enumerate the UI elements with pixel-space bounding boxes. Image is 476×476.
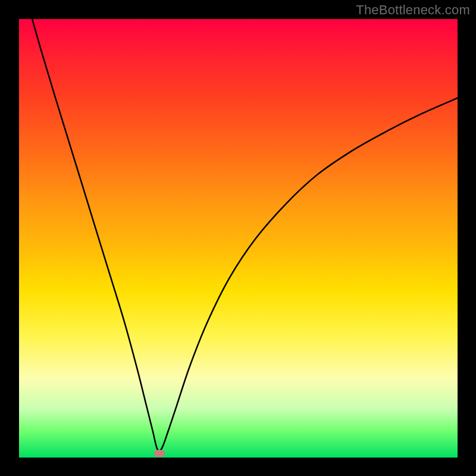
chart-frame: TheBottleneck.com bbox=[0, 0, 476, 476]
watermark-text: TheBottleneck.com bbox=[356, 2, 470, 18]
plot-area bbox=[19, 19, 458, 458]
minimum-marker bbox=[154, 450, 165, 457]
bottleneck-curve bbox=[19, 19, 458, 458]
